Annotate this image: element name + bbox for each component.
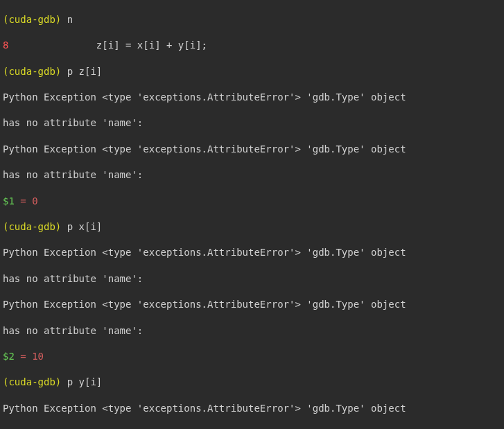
prompt-text: (cuda-gdb) [3, 66, 67, 77]
terminal-line: has no attribute 'name': [3, 324, 501, 338]
terminal-line: Python Exception <type 'exceptions.Attri… [3, 246, 501, 259]
terminal-line: $1 = 0 [3, 195, 501, 208]
output-text: has no attribute 'name': [3, 273, 143, 284]
terminal-line: has no attribute 'name': [3, 272, 501, 286]
cmd-text: p z[i] [67, 66, 103, 77]
gdb-val: = 0 [15, 195, 38, 207]
cmd-text: p x[i] [67, 221, 103, 232]
output-text: Python Exception <type 'exceptions.Attri… [3, 143, 406, 155]
gdb-val: = 10 [15, 351, 44, 362]
terminal-line: (cuda-gdb) p x[i] [3, 220, 501, 234]
terminal-line: $2 = 10 [3, 350, 501, 363]
src-code: z[i] = x[i] + y[i]; [8, 40, 207, 51]
output-text: Python Exception <type 'exceptions.Attri… [3, 247, 406, 258]
prompt-text: (cuda-gdb) [3, 376, 67, 387]
output-text: Python Exception <type 'exceptions.Attri… [3, 403, 406, 414]
output-text: has no attribute 'name': [3, 325, 143, 336]
output-text: Python Exception <type 'exceptions.Attri… [3, 299, 406, 310]
gdb-var: $1 [3, 195, 15, 207]
prompt-text: (cuda-gdb) [3, 14, 67, 25]
output-text: Python Exception <type 'exceptions.Attri… [3, 91, 406, 103]
terminal-line: 8 z[i] = x[i] + y[i]; [3, 39, 501, 52]
cmd-text: n [67, 14, 73, 25]
gdb-var: $2 [3, 351, 15, 362]
terminal-line: Python Exception <type 'exceptions.Attri… [3, 91, 501, 104]
cuda-gdb-terminal[interactable]: (cuda-gdb) n 8 z[i] = x[i] + y[i]; (cuda… [0, 0, 504, 429]
cmd-text: p y[i] [67, 376, 103, 387]
terminal-line: has no attribute 'name': [3, 116, 501, 130]
terminal-line: Python Exception <type 'exceptions.Attri… [3, 298, 501, 311]
terminal-line: (cuda-gdb) n [3, 13, 501, 26]
output-text: has no attribute 'name': [3, 117, 143, 128]
terminal-line: Python Exception <type 'exceptions.Attri… [3, 402, 501, 415]
terminal-line: Python Exception <type 'exceptions.Attri… [3, 143, 501, 156]
terminal-line: (cuda-gdb) p z[i] [3, 65, 501, 78]
output-text: has no attribute 'name': [3, 169, 143, 180]
terminal-line: (cuda-gdb) p y[i] [3, 376, 501, 389]
prompt-text: (cuda-gdb) [3, 221, 67, 232]
terminal-line: has no attribute 'name': [3, 168, 501, 182]
